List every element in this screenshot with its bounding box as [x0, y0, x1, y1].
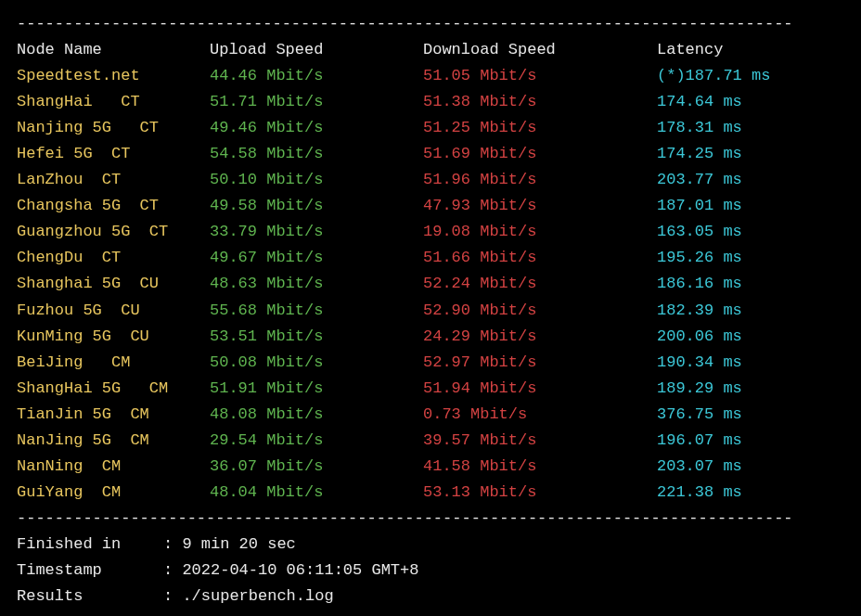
header-upload-speed: Upload Speed	[210, 37, 423, 63]
download-speed: 47.93 Mbit/s	[423, 193, 657, 219]
latency: 203.07 ms	[657, 454, 742, 480]
latency: 203.77 ms	[657, 167, 742, 193]
node-name: NanNing CM	[17, 454, 210, 480]
latency: 186.16 ms	[657, 271, 742, 297]
header-download-speed: Download Speed	[423, 37, 657, 63]
latency: 221.38 ms	[657, 480, 742, 506]
latency: 195.26 ms	[657, 245, 742, 271]
table-row: BeiJing CM50.08 Mbit/s52.97 Mbit/s190.34…	[17, 350, 844, 376]
upload-speed: 54.58 Mbit/s	[210, 141, 423, 167]
download-speed: 19.08 Mbit/s	[423, 219, 657, 245]
table-row: Nanjing 5G CT49.46 Mbit/s51.25 Mbit/s178…	[17, 115, 844, 141]
node-name: BeiJing CM	[17, 350, 210, 376]
download-speed: 51.94 Mbit/s	[423, 376, 657, 402]
footer-results-label: Results	[17, 584, 163, 610]
download-speed: 51.96 Mbit/s	[423, 167, 657, 193]
upload-speed: 49.46 Mbit/s	[210, 115, 423, 141]
latency: 163.05 ms	[657, 219, 742, 245]
download-speed: 51.05 Mbit/s	[423, 63, 657, 89]
download-speed: 51.25 Mbit/s	[423, 115, 657, 141]
node-name: Changsha 5G CT	[17, 193, 210, 219]
node-name: TianJin 5G CM	[17, 402, 210, 428]
download-speed: 51.38 Mbit/s	[423, 89, 657, 115]
divider-top: ----------------------------------------…	[17, 11, 844, 37]
upload-speed: 50.08 Mbit/s	[210, 350, 423, 376]
header-latency: Latency	[657, 37, 723, 63]
table-header-row: Node Name Upload Speed Download Speed La…	[17, 37, 844, 63]
upload-speed: 36.07 Mbit/s	[210, 454, 423, 480]
footer-timestamp-label: Timestamp	[17, 558, 163, 584]
node-name: Fuzhou 5G CU	[17, 298, 210, 324]
table-row: TianJin 5G CM48.08 Mbit/s0.73 Mbit/s376.…	[17, 402, 844, 428]
node-name: ShangHai CT	[17, 89, 210, 115]
node-name: Speedtest.net	[17, 63, 210, 89]
node-name: NanJing 5G CM	[17, 428, 210, 454]
node-name: ShangHai 5G CM	[17, 376, 210, 402]
upload-speed: 44.46 Mbit/s	[210, 63, 423, 89]
upload-speed: 55.68 Mbit/s	[210, 298, 423, 324]
download-speed: 51.69 Mbit/s	[423, 141, 657, 167]
download-speed: 39.57 Mbit/s	[423, 428, 657, 454]
latency: 196.07 ms	[657, 428, 742, 454]
table-row: Shanghai 5G CU48.63 Mbit/s52.24 Mbit/s18…	[17, 271, 844, 297]
footer-finished: Finished in: 9 min 20 sec	[17, 532, 844, 558]
table-row: ShangHai 5G CM51.91 Mbit/s51.94 Mbit/s18…	[17, 376, 844, 402]
table-row: Hefei 5G CT54.58 Mbit/s51.69 Mbit/s174.2…	[17, 141, 844, 167]
upload-speed: 48.63 Mbit/s	[210, 271, 423, 297]
upload-speed: 48.08 Mbit/s	[210, 402, 423, 428]
upload-speed: 51.91 Mbit/s	[210, 376, 423, 402]
table-row: NanNing CM36.07 Mbit/s41.58 Mbit/s203.07…	[17, 454, 844, 480]
latency: 174.25 ms	[657, 141, 742, 167]
footer-separator: :	[163, 535, 182, 553]
latency: 178.31 ms	[657, 115, 742, 141]
table-row: NanJing 5G CM29.54 Mbit/s39.57 Mbit/s196…	[17, 428, 844, 454]
node-name: GuiYang CM	[17, 480, 210, 506]
table-body: Speedtest.net44.46 Mbit/s51.05 Mbit/s(*)…	[17, 63, 844, 506]
table-row: ChengDu CT49.67 Mbit/s51.66 Mbit/s195.26…	[17, 245, 844, 271]
header-node-name: Node Name	[17, 37, 210, 63]
node-name: Nanjing 5G CT	[17, 115, 210, 141]
download-speed: 0.73 Mbit/s	[423, 402, 657, 428]
upload-speed: 49.67 Mbit/s	[210, 245, 423, 271]
download-speed: 52.97 Mbit/s	[423, 350, 657, 376]
footer-results: Results: ./superbench.log	[17, 584, 844, 610]
footer-results-value: ./superbench.log	[182, 587, 333, 605]
table-row: Changsha 5G CT49.58 Mbit/s47.93 Mbit/s18…	[17, 193, 844, 219]
download-speed: 24.29 Mbit/s	[423, 324, 657, 350]
footer-finished-value: 9 min 20 sec	[182, 535, 295, 553]
node-name: LanZhou CT	[17, 167, 210, 193]
upload-speed: 50.10 Mbit/s	[210, 167, 423, 193]
download-speed: 51.66 Mbit/s	[423, 245, 657, 271]
download-speed: 52.24 Mbit/s	[423, 271, 657, 297]
latency: 200.06 ms	[657, 324, 742, 350]
table-row: LanZhou CT50.10 Mbit/s51.96 Mbit/s203.77…	[17, 167, 844, 193]
latency: (*)187.71 ms	[657, 63, 770, 89]
node-name: KunMing 5G CU	[17, 324, 210, 350]
upload-speed: 33.79 Mbit/s	[210, 219, 423, 245]
upload-speed: 53.51 Mbit/s	[210, 324, 423, 350]
table-row: Guangzhou 5G CT33.79 Mbit/s19.08 Mbit/s1…	[17, 219, 844, 245]
table-row: GuiYang CM48.04 Mbit/s53.13 Mbit/s221.38…	[17, 480, 844, 506]
node-name: Hefei 5G CT	[17, 141, 210, 167]
footer-timestamp-value: 2022-04-10 06:11:05 GMT+8	[182, 561, 418, 579]
latency: 376.75 ms	[657, 402, 742, 428]
table-row: KunMing 5G CU53.51 Mbit/s24.29 Mbit/s200…	[17, 324, 844, 350]
table-row: Fuzhou 5G CU55.68 Mbit/s52.90 Mbit/s182.…	[17, 298, 844, 324]
footer-separator: :	[163, 587, 182, 605]
divider-bottom: ----------------------------------------…	[17, 506, 844, 532]
upload-speed: 48.04 Mbit/s	[210, 480, 423, 506]
upload-speed: 51.71 Mbit/s	[210, 89, 423, 115]
upload-speed: 29.54 Mbit/s	[210, 428, 423, 454]
node-name: Shanghai 5G CU	[17, 271, 210, 297]
latency: 174.64 ms	[657, 89, 742, 115]
download-speed: 53.13 Mbit/s	[423, 480, 657, 506]
footer-finished-label: Finished in	[17, 532, 163, 558]
node-name: Guangzhou 5G CT	[17, 219, 210, 245]
footer-separator: :	[163, 561, 182, 579]
table-row: ShangHai CT51.71 Mbit/s51.38 Mbit/s174.6…	[17, 89, 844, 115]
latency: 182.39 ms	[657, 298, 742, 324]
latency: 190.34 ms	[657, 350, 742, 376]
table-row: Speedtest.net44.46 Mbit/s51.05 Mbit/s(*)…	[17, 63, 844, 89]
footer-timestamp: Timestamp: 2022-04-10 06:11:05 GMT+8	[17, 558, 844, 584]
download-speed: 41.58 Mbit/s	[423, 454, 657, 480]
